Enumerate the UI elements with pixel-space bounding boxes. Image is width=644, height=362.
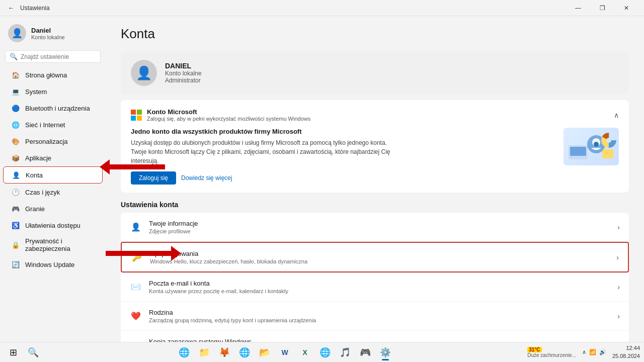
search-box[interactable]: 🔍 <box>5 50 101 63</box>
search-button[interactable]: 🔍 <box>24 343 42 361</box>
clock[interactable]: 12:44 25.08.2024 <box>612 344 640 360</box>
ms-promo-title: Jedno konto dla wszystkich produktów fir… <box>131 128 392 135</box>
rodzina-sub: Zarządzaj grupą rodzinną, edytuj typy ko… <box>149 317 610 323</box>
ms-logo-blue <box>131 116 136 121</box>
sidebar-item-personalizacja[interactable]: 🎨 Personalizacja <box>3 133 103 149</box>
taskbar-music[interactable]: 🎵 <box>336 343 354 361</box>
taskbar-right: 31°C Duże zachmurzenie... ∧ 📶 🔊 12:44 25… <box>527 344 640 360</box>
ms-account-card: Konto Microsoft Zaloguj się, aby w pełni… <box>121 100 629 193</box>
twoje-informacje-title: Twoje informacje <box>149 220 610 227</box>
taskbar-edge[interactable]: 🌐 <box>175 343 193 361</box>
minimize-button[interactable]: — <box>567 0 590 16</box>
ms-promo-image <box>564 128 619 165</box>
tray-network[interactable]: 📶 <box>589 349 596 355</box>
taskbar-browser2[interactable]: 🌐 <box>316 343 334 361</box>
rodzina-icon: ❤️ <box>130 310 142 322</box>
svg-rect-3 <box>570 147 586 156</box>
taskbar-games[interactable]: 🎮 <box>356 343 374 361</box>
settings-list: 👤 Twoje informacje Zdjęcie profilowe › 🔑… <box>121 213 629 342</box>
search-input[interactable] <box>21 53 96 60</box>
restore-button[interactable]: ❐ <box>591 0 614 16</box>
titlebar: ← Ustawienia — ❐ ✕ <box>0 0 644 16</box>
taskbar-center: 🌐 📁 🦊 🌐 📂 W X 🌐 🎵 🎮 ⚙️ <box>43 343 526 361</box>
settings-item-poczta[interactable]: ✉️ Poczta e-mail i konta Konta używane p… <box>121 273 629 302</box>
opcje-logowania-sub: Windows Hello, klucz zabezpieczeń, hasło… <box>150 258 609 264</box>
twoje-informacje-chevron: › <box>617 223 620 231</box>
taskbar: ⊞ 🔍 🌐 📁 🦊 🌐 📂 W X 🌐 🎵 🎮 ⚙️ 31°C Duże zac… <box>0 342 644 362</box>
taskbar-chrome[interactable]: 🌐 <box>235 343 254 361</box>
svg-marker-1 <box>106 246 181 261</box>
tray-volume[interactable]: 🔊 <box>599 349 606 355</box>
rodzina-text: Rodzina Zarządzaj grupą rodzinną, edytuj… <box>149 309 610 323</box>
svg-rect-6 <box>602 149 613 158</box>
clock-time: 12:44 <box>612 344 640 352</box>
sidebar-item-konta[interactable]: 👤 Konta <box>3 166 103 184</box>
taskbar-left: ⊞ 🔍 <box>4 343 42 361</box>
ms-logo <box>131 110 142 121</box>
account-sub1: Konto lokalne <box>165 70 202 77</box>
kopia-title: Kopia zapasowa systemu Windows <box>149 338 610 342</box>
close-button[interactable]: ✕ <box>615 0 638 16</box>
taskbar-firefox[interactable]: 🦊 <box>215 343 233 361</box>
granie-icon: 🎮 <box>11 204 20 213</box>
search-icon: 🔍 <box>10 53 18 60</box>
sidebar-item-granie[interactable]: 🎮 Granie <box>3 201 103 217</box>
sidebar-item-bluetooth[interactable]: 🔵 Bluetooth i urządzenia <box>3 100 103 116</box>
ms-card-title-row: Konto Microsoft Zaloguj się, aby w pełni… <box>131 108 310 122</box>
twoje-informacje-sub: Zdjęcie profilowe <box>149 228 610 234</box>
temp-info: 31°C Duże zachmurzenie... <box>527 347 576 358</box>
ms-promo-actions: Zaloguj się Dowiedz się więcej <box>131 171 392 185</box>
ms-card-sub: Zaloguj się, aby w pełni wykorzystać moż… <box>147 116 310 122</box>
temp-sub: Duże zachmurzenie... <box>527 352 576 358</box>
start-button[interactable]: ⊞ <box>4 343 22 361</box>
sidebar-item-system[interactable]: 💻 System <box>3 83 103 100</box>
windows-update-icon: 🔄 <box>11 260 20 269</box>
tray-arrow[interactable]: ∧ <box>582 349 586 355</box>
account-sub2: Administrator <box>165 77 202 84</box>
settings-item-kopia[interactable]: ☁️ Kopia zapasowa systemu Windows Wykona… <box>121 331 629 342</box>
sidebar-item-label-bluetooth: Bluetooth i urządzenia <box>25 105 90 112</box>
taskbar-word[interactable]: W <box>276 343 294 361</box>
poczta-icon: ✉️ <box>130 281 142 293</box>
learn-more-button[interactable]: Dowiedz się więcej <box>181 174 232 182</box>
sidebar-item-windows-update[interactable]: 🔄 Windows Update <box>3 256 103 273</box>
account-name: DANIEL <box>165 62 202 70</box>
sidebar-item-siec[interactable]: 🌐 Sieć i Internet <box>3 117 103 133</box>
sidebar-item-ulatwienia[interactable]: ♿ Ułatwienia dostępu <box>3 217 103 233</box>
sidebar-item-label-czas: Czas i język <box>25 189 60 196</box>
poczta-text: Poczta e-mail i konta Konta używane prze… <box>149 280 610 294</box>
account-header: 👤 DANIEL Konto lokalne Administrator <box>121 52 629 94</box>
taskbar-settings[interactable]: ⚙️ <box>376 343 394 361</box>
sidebar-item-label-strona-glowna: Strona główna <box>25 71 67 79</box>
sidebar: 👤 Daniel Konto lokalne 🔍 🏠 Strona główna… <box>0 16 106 342</box>
opcje-logowania-text: Opcje logowania Windows Hello, klucz zab… <box>150 250 609 264</box>
sidebar-user: 👤 Daniel Konto lokalne <box>0 20 106 48</box>
ms-card-title: Konto Microsoft <box>147 108 310 116</box>
twoje-informacje-icon: 👤 <box>130 221 142 233</box>
settings-item-twoje-informacje[interactable]: 👤 Twoje informacje Zdjęcie profilowe › <box>121 213 629 242</box>
ms-logo-green <box>137 110 142 115</box>
sidebar-item-strona-glowna[interactable]: 🏠 Strona główna <box>3 67 103 83</box>
sidebar-item-aplikacje[interactable]: 📦 Aplikacje <box>3 150 103 166</box>
bluetooth-icon: 🔵 <box>11 104 20 113</box>
sidebar-item-label-windows-update: Windows Update <box>25 261 74 268</box>
sys-tray: ∧ 📶 🔊 <box>578 349 610 355</box>
settings-item-rodzina[interactable]: ❤️ Rodzina Zarządzaj grupą rodzinną, edy… <box>121 302 629 331</box>
taskbar-excel[interactable]: X <box>296 343 314 361</box>
prywatnosc-icon: 🔒 <box>11 240 20 249</box>
sidebar-item-czas[interactable]: 🕐 Czas i język <box>3 184 103 200</box>
rodzina-title: Rodzina <box>149 309 610 316</box>
ms-promo: Jedno konto dla wszystkich produktów fir… <box>131 128 619 185</box>
settings-item-opcje-logowania[interactable]: 🔑 Opcje logowania Windows Hello, klucz z… <box>121 242 629 273</box>
sidebar-item-prywatnosc[interactable]: 🔒 Prywatność i zabezpieczenia <box>3 234 103 256</box>
system-icon: 💻 <box>11 87 20 96</box>
ms-card-header: Konto Microsoft Zaloguj się, aby w pełni… <box>131 108 619 122</box>
taskbar-files[interactable]: 📂 <box>256 343 274 361</box>
back-button[interactable]: ← <box>6 3 16 13</box>
chevron-up-icon[interactable]: ∧ <box>614 111 619 119</box>
taskbar-explorer[interactable]: 📁 <box>195 343 213 361</box>
strona-glowna-icon: 🏠 <box>11 70 20 79</box>
user-name: Daniel <box>31 27 65 34</box>
svg-point-7 <box>594 142 599 147</box>
opcje-logowania-chevron: › <box>616 253 619 261</box>
